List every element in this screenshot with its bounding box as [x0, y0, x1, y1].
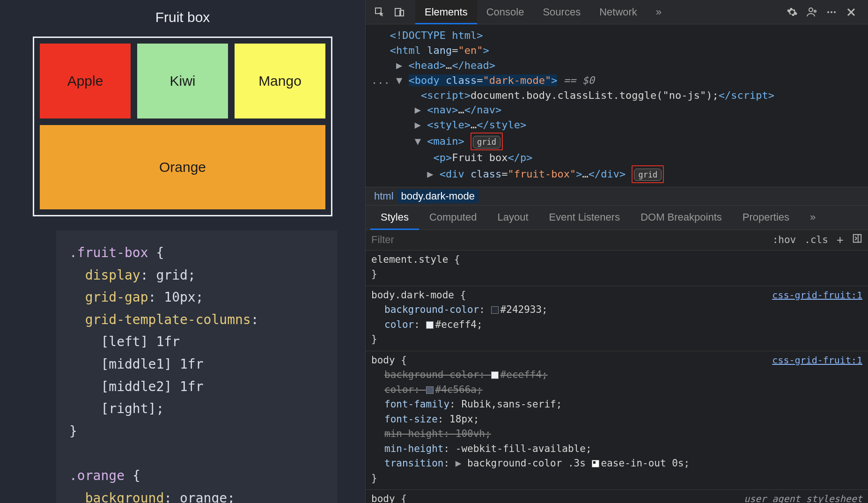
tab-more[interactable]: » — [647, 0, 671, 24]
rule-element-style[interactable]: element.style {} — [366, 251, 868, 286]
styles-rules[interactable]: element.style {} css-grid-fruit:1 body.d… — [366, 251, 868, 503]
subtab-styles[interactable]: Styles — [370, 206, 419, 229]
grid-badge-main[interactable]: grid — [471, 133, 503, 150]
svg-point-7 — [834, 11, 836, 13]
page-preview: Fruit box Apple Kiwi Mango Orange .fruit… — [0, 0, 365, 503]
inspect-element-icon[interactable] — [371, 4, 388, 21]
kebab-menu-icon[interactable] — [823, 4, 840, 21]
svg-point-6 — [831, 11, 832, 13]
fruit-apple: Apple — [40, 44, 131, 118]
rule-ua-source: user agent stylesheet — [744, 492, 862, 503]
subtab-event-listeners[interactable]: Event Listeners — [539, 206, 631, 229]
subtab-more[interactable]: » — [800, 206, 826, 229]
rule-body-ua[interactable]: user agent stylesheet body { — [366, 490, 868, 503]
tab-sources[interactable]: Sources — [533, 0, 590, 24]
hov-toggle[interactable]: :hov — [772, 234, 796, 245]
breadcrumb-html[interactable]: html — [370, 189, 397, 203]
subtab-properties[interactable]: Properties — [732, 206, 800, 229]
svg-point-4 — [814, 10, 816, 12]
color-swatch-icon[interactable] — [491, 306, 499, 314]
bezier-swatch-icon[interactable] — [592, 460, 599, 467]
grid-badge-fruitbox[interactable]: grid — [632, 165, 664, 183]
color-swatch-icon[interactable] — [491, 371, 499, 379]
color-swatch-icon[interactable] — [426, 321, 434, 329]
settings-gear-icon[interactable] — [784, 4, 801, 21]
color-swatch-icon[interactable] — [426, 386, 434, 394]
fruit-kiwi: Kiwi — [137, 44, 228, 118]
styles-subtabs: Styles Computed Layout Event Listeners D… — [366, 206, 868, 230]
rule-body[interactable]: css-grid-fruit:1 body { background-color… — [366, 351, 868, 490]
styles-filter-input[interactable] — [371, 234, 764, 246]
devtools-main-tabs: Elements Console Sources Network » — [415, 0, 671, 24]
page-title: Fruit box — [0, 9, 365, 25]
fruit-box-grid: Apple Kiwi Mango Orange — [33, 37, 332, 216]
rule-source-link[interactable]: css-grid-fruit:1 — [772, 353, 862, 367]
new-style-rule-icon[interactable]: + — [837, 233, 844, 247]
subtab-dom-breakpoints[interactable]: DOM Breakpoints — [630, 206, 732, 229]
devtools-toolbar: Elements Console Sources Network » — [366, 0, 868, 24]
svg-rect-8 — [853, 235, 861, 243]
svg-point-5 — [827, 11, 829, 13]
fruit-orange: Orange — [40, 125, 325, 209]
device-toggle-icon[interactable] — [391, 4, 408, 21]
svg-point-3 — [809, 8, 813, 12]
devtools-panel: Elements Console Sources Network » <!DOC… — [365, 0, 868, 503]
cls-toggle[interactable]: .cls — [804, 234, 828, 245]
rule-source-link[interactable]: css-grid-fruit:1 — [772, 288, 862, 302]
subtab-layout[interactable]: Layout — [487, 206, 538, 229]
tab-network[interactable]: Network — [590, 0, 647, 24]
subtab-computed[interactable]: Computed — [419, 206, 487, 229]
fruit-mango: Mango — [235, 44, 325, 118]
close-devtools-icon[interactable] — [843, 4, 860, 21]
breadcrumb-body[interactable]: body.dark-mode — [397, 189, 478, 203]
css-code-block: .fruit-box { display: grid; grid-gap: 10… — [56, 230, 337, 503]
tab-console[interactable]: Console — [477, 0, 534, 24]
dom-tree[interactable]: <!DOCTYPE html> <html lang="en"> ▶ <head… — [366, 24, 868, 187]
styles-filter-bar: :hov .cls + — [366, 230, 868, 251]
computed-panel-toggle-icon[interactable] — [852, 233, 862, 246]
tab-elements[interactable]: Elements — [415, 0, 477, 24]
account-icon[interactable] — [803, 4, 820, 21]
rule-body-dark-mode[interactable]: css-grid-fruit:1 body.dark-mode { backgr… — [366, 286, 868, 351]
dom-breadcrumb: html body.dark-mode — [366, 187, 868, 206]
